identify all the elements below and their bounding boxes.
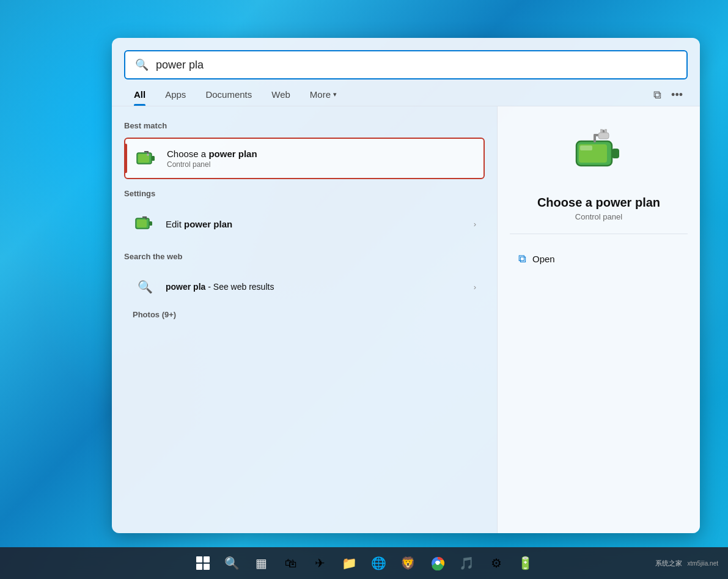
taskbar-chrome-icon [430,556,445,570]
taskbar-brave-icon: 🦁 [400,556,416,570]
taskbar-battery-icon: 🔋 [518,556,533,570]
tabs-row: All Apps Documents Web More ▾ ⧉ ••• [112,79,700,106]
search-icon: 🔍 [135,58,149,72]
result-subtitle: Control panel [575,212,622,221]
taskbar-search-icon: 🔍 [224,556,240,570]
settings-item-text: Edit power plan [166,219,232,229]
taskbar-start-button[interactable] [189,550,216,577]
result-divider [510,234,688,234]
web-item-text: power pla - See web results [166,282,274,292]
result-power-plan-icon-svg [572,128,627,183]
taskbar-telegram-button[interactable]: ✈ [307,550,334,577]
share-icon: ⧉ [653,89,661,101]
taskbar-edge-icon: 🌐 [371,556,386,570]
tab-web[interactable]: Web [262,84,300,106]
search-bar[interactable]: 🔍 power pla [124,50,688,79]
svg-rect-5 [149,221,152,226]
taskbar-watermark: 系统之家 [655,559,682,568]
svg-rect-8 [612,149,619,158]
left-panel: Best match [112,106,497,533]
settings-title-bold: power plan [184,219,232,229]
best-match-title: Best match [124,119,485,133]
taskbar-settings-button[interactable]: ⚙ [483,550,510,577]
taskbar-files-icon: 📁 [342,556,357,570]
content-area: Best match [112,106,700,533]
best-match-text: Choose a power plan Control panel [167,149,257,169]
svg-rect-6 [137,219,147,227]
web-item-title: power pla - See web results [166,282,274,292]
settings-title-plain: Edit [166,219,184,229]
taskbar-search-button[interactable]: 🔍 [219,550,246,577]
power-plan-icon-svg [134,147,158,170]
search-input[interactable]: power pla [156,59,677,72]
open-button-label: Open [532,254,555,264]
settings-item-title: Edit power plan [166,219,232,229]
taskbar: 🔍 ▦ 🛍 ✈ 📁 🌐 🦁 🎵 ⚙ [0,547,728,579]
tab-apps[interactable]: Apps [155,84,196,106]
ellipsis-icon: ••• [671,89,683,101]
settings-power-icon-svg [134,213,156,235]
taskbar-battery-button[interactable]: 🔋 [512,550,539,577]
settings-section-title: Settings [124,186,485,201]
windows-logo-icon [196,556,210,570]
web-query-bold: power pla [166,282,205,292]
taskbar-brave-button[interactable]: 🦁 [395,550,422,577]
tab-more[interactable]: More ▾ [300,84,347,106]
svg-point-16 [436,561,439,565]
taskbar-right-area: 系统之家 xtm5jiia.net [655,559,718,568]
svg-rect-10 [580,146,592,150]
web-query-suffix: - See web results [205,282,274,292]
chevron-right-icon: › [474,219,476,229]
taskbar-spotify-button[interactable]: 🎵 [454,550,480,577]
share-icon-button[interactable]: ⧉ [649,85,666,105]
taskbar-settings-icon: ⚙ [491,556,502,570]
tab-documents[interactable]: Documents [196,84,262,106]
result-icon-large [568,125,630,186]
best-match-title-bold: power plan [208,149,257,159]
search-panel: 🔍 power pla All Apps Documents Web More … [112,38,700,533]
svg-rect-13 [598,133,609,139]
web-search-icon: 🔍 [133,275,157,299]
result-title: Choose a power plan [537,196,660,210]
best-match-item[interactable]: Choose a power plan Control panel [124,138,485,179]
taskbar-store-button[interactable]: 🛍 [278,550,304,577]
best-match-item-subtitle: Control panel [167,160,257,169]
photos-section-title: Photos (9+) [124,305,485,322]
taskbar-widgets-button[interactable]: ▦ [248,550,275,577]
best-match-item-title: Choose a power plan [167,149,257,159]
search-web-title: Search the web [124,249,485,264]
web-search-item[interactable]: 🔍 power pla - See web results › [124,268,485,305]
taskbar-files-button[interactable]: 📁 [336,550,363,577]
more-options-button[interactable]: ••• [666,85,688,105]
taskbar-chrome-button[interactable] [424,550,451,577]
svg-rect-1 [152,156,155,161]
taskbar-widgets-icon: ▦ [256,556,267,570]
best-match-title-plain: Choose a [167,149,208,159]
open-button[interactable]: ⧉ Open [510,246,688,271]
taskbar-edge-button[interactable]: 🌐 [366,550,392,577]
open-icon: ⧉ [518,253,526,265]
right-panel: Choose a power plan Control panel ⧉ Open [497,106,700,533]
web-chevron-right-icon: › [474,282,476,292]
tab-more-label: More [310,89,331,100]
chevron-down-icon: ▾ [333,90,337,98]
edit-power-plan-icon [133,212,157,236]
taskbar-telegram-icon: ✈ [315,556,325,570]
settings-item-edit-power-plan[interactable]: Edit power plan › [124,205,485,242]
power-plan-icon [134,146,158,171]
taskbar-watermark-url: xtm5jiia.net [687,560,718,567]
tab-all[interactable]: All [124,84,155,106]
taskbar-store-icon: 🛍 [285,556,297,570]
taskbar-spotify-icon: 🎵 [459,556,474,570]
svg-point-3 [147,153,149,156]
